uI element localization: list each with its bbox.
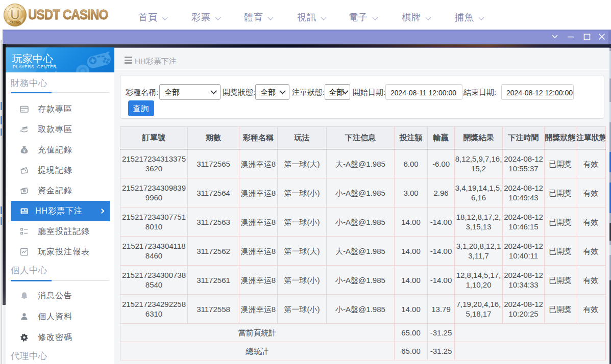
svg-text:CASINO: CASINO — [10, 21, 21, 24]
svg-text:¥: ¥ — [23, 148, 26, 153]
svg-text:U: U — [10, 7, 20, 22]
svg-text:$: $ — [23, 190, 25, 193]
